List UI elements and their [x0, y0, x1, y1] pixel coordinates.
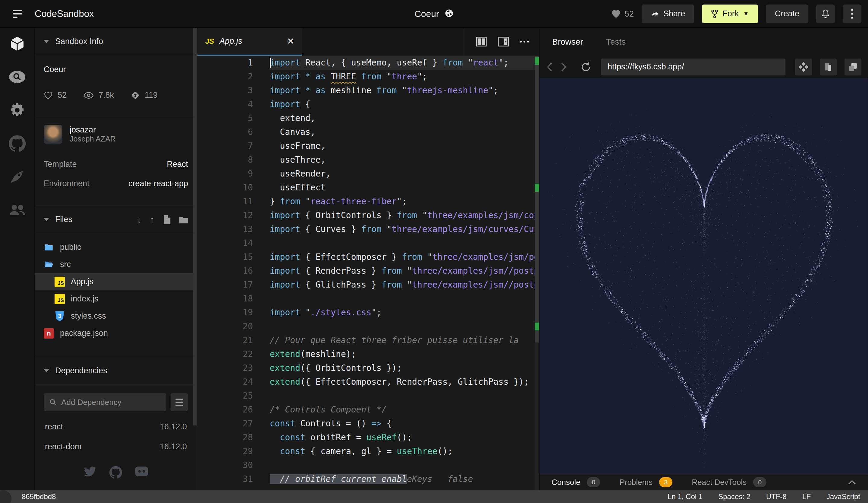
- close-tab-icon[interactable]: ✕: [287, 36, 294, 47]
- browser-viewport[interactable]: [539, 78, 868, 474]
- code-line[interactable]: 6 Canvas,: [197, 125, 539, 139]
- code-line[interactable]: 17import { GlitchPass } from "three/exam…: [197, 278, 539, 292]
- tab-tests[interactable]: Tests: [606, 37, 626, 47]
- code-line[interactable]: 3import * as meshline from "threejs-mesh…: [197, 83, 539, 98]
- code-line[interactable]: 11} from "react-three-fiber";: [197, 195, 539, 209]
- file-row[interactable]: JSindex.js: [35, 290, 197, 308]
- sandbox-info-header[interactable]: Sandbox Info: [35, 28, 197, 55]
- code-line[interactable]: 1import React, { useMemo, useRef } from …: [197, 56, 539, 70]
- code-line[interactable]: 15import { EffectComposer } from "three/…: [197, 250, 539, 264]
- code-line[interactable]: 14: [197, 236, 539, 250]
- live-rail-icon[interactable]: [8, 200, 27, 219]
- file-row[interactable]: 3styles.css: [35, 308, 197, 325]
- create-button[interactable]: Create: [766, 4, 808, 23]
- menu-icon[interactable]: [0, 10, 35, 18]
- url-bar[interactable]: [601, 59, 785, 76]
- dependency-row[interactable]: react-dom16.12.0: [35, 437, 197, 456]
- code-line[interactable]: 31 // orbitRef current enableKeys false: [197, 472, 539, 486]
- refresh-button[interactable]: [580, 62, 591, 72]
- sandbox-info-rail-icon[interactable]: [8, 34, 27, 53]
- twitter-icon[interactable]: [83, 466, 97, 477]
- sidebar-scrollbar[interactable]: [193, 28, 197, 425]
- notifications-button[interactable]: [816, 4, 835, 23]
- status-item[interactable]: Ln 1, Col 1: [668, 492, 703, 501]
- code-line[interactable]: 2import * as THREE from "three";: [197, 70, 539, 83]
- file-row[interactable]: public: [35, 239, 197, 256]
- folder-open-icon: [44, 260, 54, 270]
- code-line[interactable]: 26/* Controls Compoent */: [197, 403, 539, 417]
- js-file-icon: JS: [205, 37, 214, 46]
- code-line[interactable]: 29 const { camera, gl } = useThree();: [197, 444, 539, 458]
- code-line[interactable]: 20: [197, 320, 539, 333]
- file-row[interactable]: JSApp.js: [35, 273, 197, 290]
- new-file-icon[interactable]: [163, 215, 170, 224]
- file-row[interactable]: src: [35, 256, 197, 273]
- author-fullname: Joseph AZAR: [70, 134, 116, 143]
- add-dependency-field[interactable]: [44, 393, 166, 411]
- status-item[interactable]: Spaces: 2: [718, 492, 751, 501]
- code-line[interactable]: 18: [197, 292, 539, 306]
- open-preview-button[interactable]: [498, 36, 510, 47]
- code-line[interactable]: 23extend({ OrbitControls });: [197, 361, 539, 375]
- url-input[interactable]: [608, 62, 779, 71]
- github-rail-icon[interactable]: [8, 134, 27, 153]
- code-line[interactable]: 24extend({ EffectComposer, RenderPass, G…: [197, 375, 539, 389]
- problems-tab[interactable]: Problems 3: [619, 477, 672, 487]
- code-line[interactable]: 4import {: [197, 98, 539, 111]
- tab-appjs[interactable]: JS App.js ✕: [197, 28, 302, 56]
- status-item[interactable]: LF: [802, 492, 811, 501]
- code-line[interactable]: 30: [197, 458, 539, 472]
- devices-button[interactable]: [820, 59, 837, 76]
- status-item[interactable]: UTF-8: [766, 492, 787, 501]
- dependencies-header[interactable]: Dependencies: [35, 357, 197, 384]
- code-line[interactable]: 19import "./styles.css";: [197, 306, 539, 320]
- code-line[interactable]: 12import { OrbitControls } from "three/e…: [197, 209, 539, 222]
- editor-scrollbar[interactable]: [535, 56, 539, 490]
- code-line[interactable]: 21// Pour que React three friber puisse …: [197, 333, 539, 347]
- code-line[interactable]: 22extend(meshline);: [197, 347, 539, 361]
- more-menu-button[interactable]: [843, 4, 861, 23]
- settings-rail-icon[interactable]: [8, 101, 27, 120]
- discord-icon[interactable]: [135, 466, 148, 478]
- code-area[interactable]: 1import React, { useMemo, useRef } from …: [197, 56, 539, 490]
- status-item[interactable]: JavaScript: [826, 492, 860, 501]
- code-line[interactable]: 8 useThree,: [197, 153, 539, 167]
- split-view-button[interactable]: [475, 36, 487, 47]
- expand-console-button[interactable]: [848, 477, 856, 487]
- responsive-mode-button[interactable]: [795, 59, 812, 76]
- code-line[interactable]: 7 useFrame,: [197, 139, 539, 153]
- globe-icon[interactable]: [445, 9, 454, 19]
- share-button[interactable]: Share: [642, 4, 694, 23]
- like-control[interactable]: 52: [611, 9, 634, 19]
- new-folder-icon[interactable]: [179, 216, 188, 224]
- dependency-row[interactable]: react16.12.0: [35, 418, 197, 436]
- files-header[interactable]: Files ↓ ↑: [35, 206, 197, 233]
- code-line[interactable]: 27const Controls = () => {: [197, 417, 539, 431]
- file-name: package.json: [60, 329, 108, 338]
- code-line[interactable]: 10 useEffect: [197, 181, 539, 195]
- dependency-list-button[interactable]: [170, 393, 188, 411]
- back-button[interactable]: [546, 62, 553, 72]
- add-dependency-input[interactable]: [61, 398, 161, 407]
- open-in-new-window-button[interactable]: [845, 59, 861, 76]
- forward-button[interactable]: [561, 62, 567, 72]
- code-text: import {: [270, 98, 539, 111]
- deploy-rail-icon[interactable]: [8, 167, 27, 186]
- fork-button[interactable]: Fork ▼: [702, 4, 758, 23]
- code-line[interactable]: 25: [197, 389, 539, 403]
- file-row[interactable]: npackage.json: [35, 325, 197, 342]
- console-tab[interactable]: Console 0: [551, 477, 600, 487]
- author-row[interactable]: josazar Joseph AZAR: [35, 117, 197, 151]
- search-rail-icon[interactable]: [8, 68, 27, 86]
- code-line[interactable]: 28 const orbitRef = useRef();: [197, 431, 539, 444]
- code-line[interactable]: 5 extend,: [197, 111, 539, 125]
- download-icon[interactable]: ↓: [137, 214, 141, 225]
- code-line[interactable]: 9 useRender,: [197, 167, 539, 181]
- github-icon[interactable]: [110, 466, 122, 479]
- tab-browser[interactable]: Browser: [552, 37, 583, 47]
- code-line[interactable]: 16import { RenderPass } from "three/exam…: [197, 264, 539, 278]
- react-devtools-tab[interactable]: React DevTools 0: [692, 477, 766, 487]
- code-line[interactable]: 13import { Curves } from "three/examples…: [197, 222, 539, 236]
- upload-icon[interactable]: ↑: [150, 214, 154, 225]
- editor-more-button[interactable]: [520, 41, 529, 42]
